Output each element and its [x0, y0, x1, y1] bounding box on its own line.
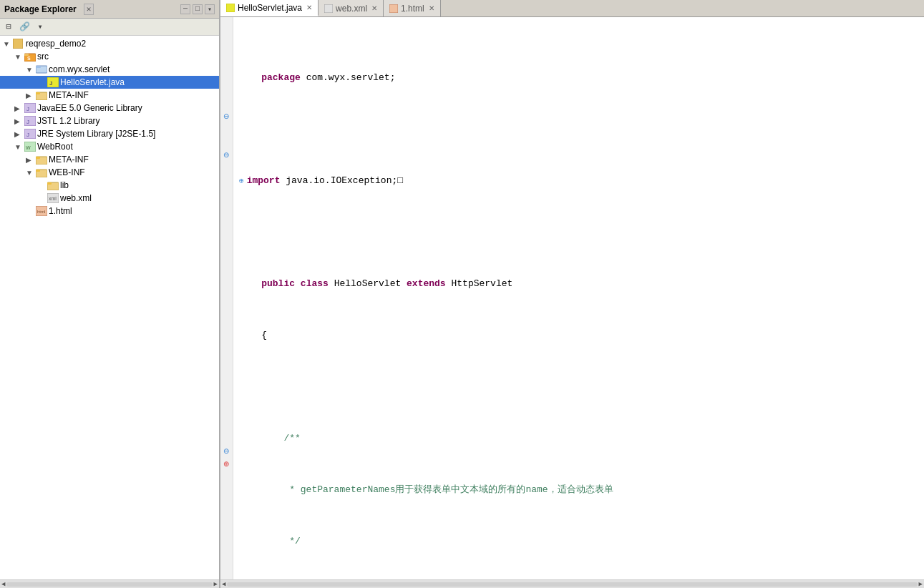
tab-close[interactable]: ✕: [429, 4, 434, 12]
item-label: 1.html: [49, 206, 72, 216]
tree-area[interactable]: ▼ reqresp_demo2 ▼ S src: [0, 36, 219, 579]
folder-icon4: [47, 180, 59, 190]
jre-icon: J: [24, 129, 36, 139]
svg-text:J: J: [26, 132, 29, 138]
tab-1html[interactable]: 1.html ✕: [384, 0, 441, 16]
item-label: lib: [60, 180, 69, 190]
svg-text:html: html: [37, 210, 45, 214]
toggle-icon: ▼: [14, 53, 24, 61]
item-label: web.xml: [60, 193, 92, 203]
panel-title: Package Explorer: [4, 4, 77, 14]
tree-item-webroot[interactable]: ▼ W WebRoot: [0, 140, 219, 153]
code-line-10: */: [233, 535, 924, 548]
app-root: Package Explorer ✕ ─ □ ▾ ⊟ 🔗 ▾: [0, 0, 924, 588]
toggle-icon: ▼: [26, 169, 36, 177]
editor-hscroll[interactable]: ◀ ▶: [220, 579, 924, 588]
toggle-icon: ▶: [26, 92, 36, 99]
import-fold-btn[interactable]: ⊕: [239, 175, 244, 187]
tree-item-1html[interactable]: html 1.html: [0, 205, 219, 217]
toggle-icon: ▶: [14, 117, 24, 125]
html-tab-icon: [389, 4, 398, 13]
item-label: JSTL 1.2 Library: [37, 116, 100, 126]
svg-rect-28: [226, 4, 235, 12]
fold-minus-2[interactable]: ⊖: [220, 149, 233, 162]
library-icon: J: [24, 103, 36, 113]
svg-text:J: J: [26, 119, 29, 125]
toggle-icon: ▼: [26, 66, 36, 74]
panel-maximize-btn[interactable]: □: [193, 4, 203, 14]
tab-close[interactable]: ✕: [371, 4, 377, 12]
panel-minimize-btn[interactable]: ─: [180, 4, 190, 14]
project-icon: [13, 39, 24, 49]
scroll-left[interactable]: ◀: [222, 580, 225, 588]
tab-helloservlet[interactable]: HelloServlet.java ✕: [220, 0, 318, 16]
tree-item-javaee[interactable]: ▶ J JavaEE 5.0 Generic Library: [0, 102, 219, 114]
svg-rect-29: [324, 4, 333, 13]
tree-item-reqresp-demo2[interactable]: ▼ reqresp_demo2: [0, 37, 219, 50]
folder-src-icon: S: [24, 52, 36, 62]
code-line-6: {: [233, 329, 924, 342]
scroll-right[interactable]: ▶: [919, 580, 923, 588]
code-editor[interactable]: package com.wyx.servlet; ⊕import java.io…: [233, 17, 924, 579]
webroot-icon: W: [24, 142, 36, 152]
svg-text:S: S: [27, 56, 31, 61]
toggle-icon: ▶: [26, 156, 36, 164]
svg-text:W: W: [26, 145, 31, 150]
xml-icon: xml: [47, 193, 59, 203]
tree-item-src[interactable]: ▼ S src: [0, 50, 219, 63]
tree-item-lib[interactable]: lib: [0, 179, 219, 192]
item-label: JRE System Library [J2SE-1.5]: [37, 129, 155, 139]
tree-item-webinf[interactable]: ▼ WEB-INF: [0, 166, 219, 179]
tree-item-metainf2[interactable]: ▶ META-INF: [0, 153, 219, 166]
tree-scrollbar[interactable]: ◀ ▶: [0, 579, 219, 588]
package-explorer-panel: Package Explorer ✕ ─ □ ▾ ⊟ 🔗 ▾: [0, 0, 220, 588]
tree-item-jre[interactable]: ▶ J JRE System Library [J2SE-1.5]: [0, 127, 219, 140]
svg-rect-5: [36, 66, 41, 68]
tree-item-metainf1[interactable]: ▶ META-INF: [0, 89, 219, 102]
svg-text:J: J: [26, 106, 29, 112]
tree-item-helloservlet[interactable]: J HelloServlet.java: [0, 76, 219, 89]
code-line-7: [233, 381, 924, 393]
folder-icon3: [36, 167, 47, 177]
panel-menu-btn[interactable]: ▾: [205, 4, 215, 14]
scroll-right-btn[interactable]: ▶: [214, 580, 218, 588]
tab-label: web.xml: [336, 4, 367, 14]
item-label: META-INF: [49, 155, 89, 165]
tab-label: 1.html: [401, 4, 424, 14]
fold-minus-3[interactable]: ⊖: [220, 445, 233, 458]
panel-toolbar: ⊟ 🔗 ▾: [0, 19, 219, 36]
item-label: reqresp_demo2: [26, 39, 86, 49]
tree-item-jstl[interactable]: ▶ J JSTL 1.2 Library: [0, 114, 219, 127]
svg-rect-23: [47, 182, 52, 185]
svg-rect-21: [36, 170, 40, 172]
fold-minus-1[interactable]: ⊖: [220, 110, 233, 123]
svg-rect-19: [36, 157, 40, 159]
java-icon: J: [47, 77, 59, 87]
view-menu-btn[interactable]: ▾: [33, 20, 47, 34]
editor-tab-bar: HelloServlet.java ✕ web.xml ✕ 1.html ✕: [220, 0, 924, 17]
link-with-editor-btn[interactable]: 🔗: [17, 20, 31, 34]
tree-item-package[interactable]: ▼ com.wyx.servlet: [0, 63, 219, 76]
svg-rect-9: [36, 92, 40, 94]
code-line-3: ⊕import java.io.IOException;□: [233, 175, 924, 187]
fold-plus-1[interactable]: ⊕: [220, 458, 233, 471]
item-label: WEB-INF: [49, 167, 85, 177]
tree-item-webxml[interactable]: xml web.xml: [0, 192, 219, 205]
tab-webxml[interactable]: web.xml ✕: [318, 0, 384, 16]
tab-label: HelloServlet.java: [238, 3, 302, 13]
toggle-icon: ▼: [14, 143, 24, 151]
item-label: META-INF: [49, 90, 89, 100]
main-layout: Package Explorer ✕ ─ □ ▾ ⊟ 🔗 ▾: [0, 0, 924, 588]
svg-text:J: J: [49, 80, 52, 87]
toggle-icon: ▶: [14, 104, 24, 112]
panel-header: Package Explorer ✕ ─ □ ▾: [0, 0, 219, 19]
collapse-all-btn[interactable]: ⊟: [1, 20, 16, 34]
item-label: src: [37, 52, 49, 62]
tab-close[interactable]: ✕: [306, 4, 312, 11]
editor-panel: HelloServlet.java ✕ web.xml ✕ 1.html ✕: [220, 0, 924, 588]
item-label: HelloServlet.java: [60, 77, 125, 87]
panel-close-btn[interactable]: ✕: [84, 4, 94, 15]
editor-content[interactable]: ⊖ ⊖: [220, 17, 924, 579]
scroll-left-btn[interactable]: ◀: [1, 580, 5, 588]
package-icon: [36, 64, 47, 74]
